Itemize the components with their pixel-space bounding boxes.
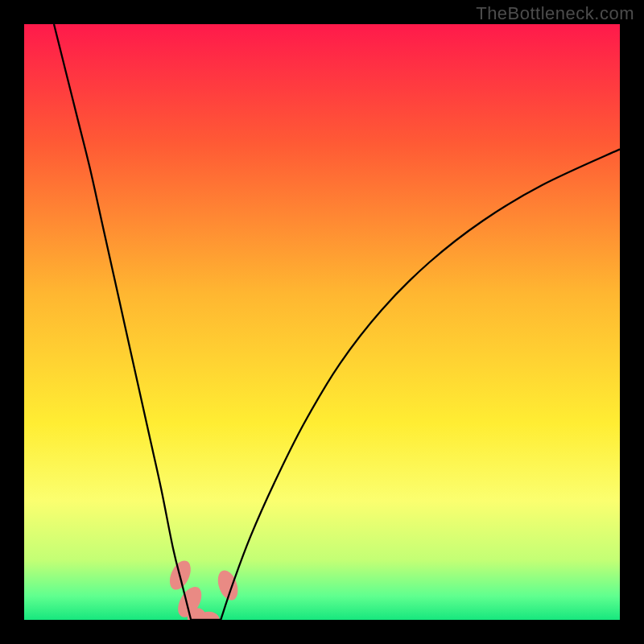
watermark-text: TheBottleneck.com xyxy=(476,3,634,24)
chart-frame: TheBottleneck.com xyxy=(0,0,644,644)
plot-area xyxy=(24,24,620,620)
gradient-background xyxy=(24,24,620,620)
chart-svg xyxy=(24,24,620,620)
